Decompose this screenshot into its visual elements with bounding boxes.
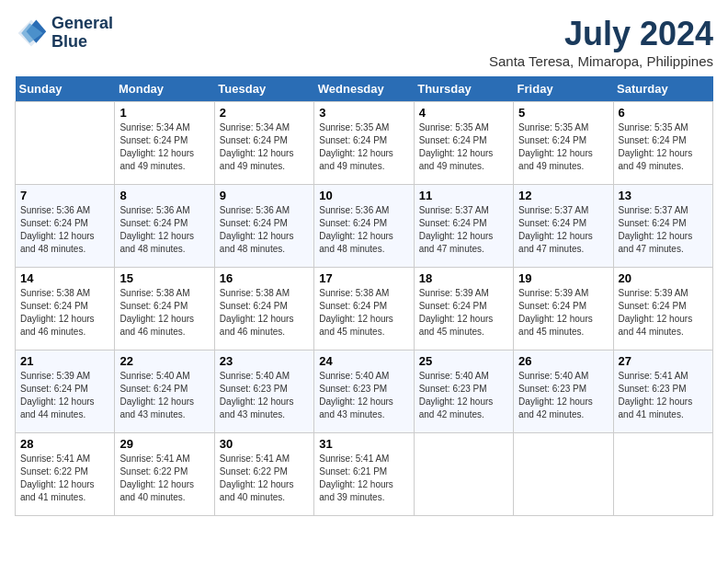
- day-number: 26: [518, 354, 608, 368]
- cell-info: Sunrise: 5:35 AM Sunset: 6:24 PM Dayligh…: [518, 121, 608, 173]
- day-number: 7: [20, 189, 109, 202]
- calendar-cell: 8Sunrise: 5:36 AM Sunset: 6:24 PM Daylig…: [115, 185, 214, 268]
- calendar-cell: 16Sunrise: 5:38 AM Sunset: 6:24 PM Dayli…: [214, 268, 313, 350]
- calendar-cell: 13Sunrise: 5:37 AM Sunset: 6:24 PM Dayli…: [613, 185, 712, 268]
- cell-info: Sunrise: 5:38 AM Sunset: 6:24 PM Dayligh…: [220, 287, 309, 339]
- calendar-cell: 21Sunrise: 5:39 AM Sunset: 6:24 PM Dayli…: [16, 350, 115, 433]
- day-number: 9: [220, 189, 309, 202]
- cell-info: Sunrise: 5:35 AM Sunset: 6:24 PM Dayligh…: [619, 121, 708, 173]
- day-number: 23: [220, 354, 309, 368]
- day-number: 17: [319, 271, 408, 285]
- calendar-cell: 11Sunrise: 5:37 AM Sunset: 6:24 PM Dayli…: [414, 185, 513, 268]
- calendar-cell: 29Sunrise: 5:41 AM Sunset: 6:22 PM Dayli…: [115, 433, 214, 516]
- cell-info: Sunrise: 5:41 AM Sunset: 6:22 PM Dayligh…: [20, 453, 109, 504]
- calendar-cell: 6Sunrise: 5:35 AM Sunset: 6:24 PM Daylig…: [613, 102, 712, 185]
- logo-icon: [15, 17, 48, 50]
- day-number: 13: [619, 189, 708, 202]
- calendar-cell: 2Sunrise: 5:34 AM Sunset: 6:24 PM Daylig…: [214, 102, 313, 185]
- cell-info: Sunrise: 5:38 AM Sunset: 6:24 PM Dayligh…: [20, 287, 109, 339]
- calendar-cell: 4Sunrise: 5:35 AM Sunset: 6:24 PM Daylig…: [414, 102, 513, 185]
- calendar-cell: 23Sunrise: 5:40 AM Sunset: 6:23 PM Dayli…: [214, 350, 313, 433]
- location-subtitle: Santa Teresa, Mimaropa, Philippines: [489, 53, 713, 69]
- day-number: 31: [319, 437, 408, 451]
- day-number: 11: [419, 189, 508, 202]
- day-header-wednesday: Wednesday: [314, 76, 414, 102]
- calendar-cell: [514, 433, 613, 516]
- calendar-cell: 7Sunrise: 5:36 AM Sunset: 6:24 PM Daylig…: [16, 185, 115, 268]
- calendar-cell: 26Sunrise: 5:40 AM Sunset: 6:23 PM Dayli…: [514, 350, 613, 433]
- day-number: 10: [319, 189, 408, 202]
- day-header-sunday: Sunday: [16, 76, 115, 102]
- day-header-friday: Friday: [514, 76, 613, 102]
- cell-info: Sunrise: 5:37 AM Sunset: 6:24 PM Dayligh…: [619, 204, 708, 256]
- cell-info: Sunrise: 5:39 AM Sunset: 6:24 PM Dayligh…: [518, 287, 608, 339]
- cell-info: Sunrise: 5:35 AM Sunset: 6:24 PM Dayligh…: [419, 121, 508, 173]
- day-number: 6: [619, 106, 708, 120]
- calendar-cell: 5Sunrise: 5:35 AM Sunset: 6:24 PM Daylig…: [514, 102, 613, 185]
- cell-info: Sunrise: 5:39 AM Sunset: 6:24 PM Dayligh…: [20, 370, 109, 421]
- calendar-cell: 22Sunrise: 5:40 AM Sunset: 6:24 PM Dayli…: [115, 350, 214, 433]
- cell-info: Sunrise: 5:40 AM Sunset: 6:23 PM Dayligh…: [319, 370, 408, 421]
- calendar-cell: 12Sunrise: 5:37 AM Sunset: 6:24 PM Dayli…: [514, 185, 613, 268]
- calendar-cell: 31Sunrise: 5:41 AM Sunset: 6:21 PM Dayli…: [314, 433, 414, 516]
- calendar-cell: [414, 433, 513, 516]
- cell-info: Sunrise: 5:35 AM Sunset: 6:24 PM Dayligh…: [319, 121, 408, 173]
- cell-info: Sunrise: 5:41 AM Sunset: 6:23 PM Dayligh…: [619, 370, 708, 421]
- day-number: 22: [119, 354, 209, 368]
- day-number: 4: [419, 106, 508, 120]
- day-number: 27: [619, 354, 708, 368]
- calendar-cell: 15Sunrise: 5:38 AM Sunset: 6:24 PM Dayli…: [115, 268, 214, 350]
- day-number: 3: [319, 106, 408, 120]
- calendar-cell: 14Sunrise: 5:38 AM Sunset: 6:24 PM Dayli…: [16, 268, 115, 350]
- day-number: 19: [518, 271, 608, 285]
- day-number: 21: [20, 354, 109, 368]
- calendar-cell: 20Sunrise: 5:39 AM Sunset: 6:24 PM Dayli…: [613, 268, 712, 350]
- cell-info: Sunrise: 5:36 AM Sunset: 6:24 PM Dayligh…: [20, 204, 109, 256]
- day-header-tuesday: Tuesday: [214, 76, 313, 102]
- calendar-cell: 30Sunrise: 5:41 AM Sunset: 6:22 PM Dayli…: [214, 433, 313, 516]
- cell-info: Sunrise: 5:40 AM Sunset: 6:23 PM Dayligh…: [518, 370, 608, 421]
- logo-text: General Blue: [51, 15, 113, 52]
- cell-info: Sunrise: 5:38 AM Sunset: 6:24 PM Dayligh…: [319, 287, 408, 339]
- cell-info: Sunrise: 5:36 AM Sunset: 6:24 PM Dayligh…: [119, 204, 209, 256]
- day-number: 20: [619, 271, 708, 285]
- cell-info: Sunrise: 5:41 AM Sunset: 6:22 PM Dayligh…: [119, 453, 209, 504]
- calendar-week-1: 1Sunrise: 5:34 AM Sunset: 6:24 PM Daylig…: [16, 102, 713, 185]
- calendar-cell: 17Sunrise: 5:38 AM Sunset: 6:24 PM Dayli…: [314, 268, 414, 350]
- calendar-cell: 27Sunrise: 5:41 AM Sunset: 6:23 PM Dayli…: [613, 350, 712, 433]
- day-number: 14: [20, 271, 109, 285]
- day-number: 8: [119, 189, 209, 202]
- calendar-cell: 18Sunrise: 5:39 AM Sunset: 6:24 PM Dayli…: [414, 268, 513, 350]
- calendar-week-3: 14Sunrise: 5:38 AM Sunset: 6:24 PM Dayli…: [16, 268, 713, 350]
- day-header-monday: Monday: [115, 76, 214, 102]
- cell-info: Sunrise: 5:37 AM Sunset: 6:24 PM Dayligh…: [419, 204, 508, 256]
- page-header: General Blue July 2024 Santa Teresa, Mim…: [15, 15, 713, 69]
- day-number: 16: [220, 271, 309, 285]
- title-section: July 2024 Santa Teresa, Mimaropa, Philip…: [489, 15, 713, 69]
- calendar-cell: 9Sunrise: 5:36 AM Sunset: 6:24 PM Daylig…: [214, 185, 313, 268]
- calendar-table: SundayMondayTuesdayWednesdayThursdayFrid…: [15, 76, 713, 516]
- calendar-week-5: 28Sunrise: 5:41 AM Sunset: 6:22 PM Dayli…: [16, 433, 713, 516]
- day-number: 28: [20, 437, 109, 451]
- calendar-cell: [613, 433, 712, 516]
- day-number: 5: [518, 106, 608, 120]
- cell-info: Sunrise: 5:38 AM Sunset: 6:24 PM Dayligh…: [119, 287, 209, 339]
- calendar-cell: 3Sunrise: 5:35 AM Sunset: 6:24 PM Daylig…: [314, 102, 414, 185]
- month-year-title: July 2024: [489, 15, 713, 53]
- cell-info: Sunrise: 5:39 AM Sunset: 6:24 PM Dayligh…: [619, 287, 708, 339]
- cell-info: Sunrise: 5:40 AM Sunset: 6:23 PM Dayligh…: [220, 370, 309, 421]
- day-number: 25: [419, 354, 508, 368]
- calendar-cell: 10Sunrise: 5:36 AM Sunset: 6:24 PM Dayli…: [314, 185, 414, 268]
- cell-info: Sunrise: 5:34 AM Sunset: 6:24 PM Dayligh…: [119, 121, 209, 173]
- cell-info: Sunrise: 5:34 AM Sunset: 6:24 PM Dayligh…: [220, 121, 309, 173]
- cell-info: Sunrise: 5:40 AM Sunset: 6:24 PM Dayligh…: [119, 370, 209, 421]
- days-header-row: SundayMondayTuesdayWednesdayThursdayFrid…: [16, 76, 713, 102]
- calendar-cell: 25Sunrise: 5:40 AM Sunset: 6:23 PM Dayli…: [414, 350, 513, 433]
- cell-info: Sunrise: 5:41 AM Sunset: 6:21 PM Dayligh…: [319, 453, 408, 504]
- cell-info: Sunrise: 5:39 AM Sunset: 6:24 PM Dayligh…: [419, 287, 508, 339]
- calendar-week-4: 21Sunrise: 5:39 AM Sunset: 6:24 PM Dayli…: [16, 350, 713, 433]
- day-header-saturday: Saturday: [613, 76, 712, 102]
- calendar-cell: 24Sunrise: 5:40 AM Sunset: 6:23 PM Dayli…: [314, 350, 414, 433]
- cell-info: Sunrise: 5:40 AM Sunset: 6:23 PM Dayligh…: [419, 370, 508, 421]
- day-number: 15: [119, 271, 209, 285]
